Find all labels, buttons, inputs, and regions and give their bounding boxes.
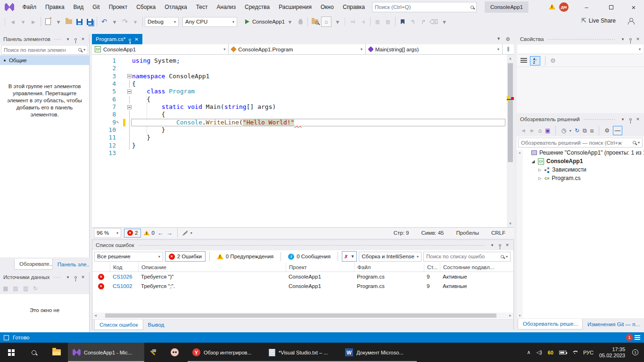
notifications-icon[interactable] [635, 335, 640, 340]
next-issue-icon[interactable]: → [166, 230, 173, 237]
document-list-dropdown[interactable]: ▼ [496, 36, 501, 42]
hidden-icons-chevron[interactable]: ∧ [527, 349, 530, 355]
home-dropdown[interactable]: ▾ [333, 16, 342, 27]
left-tab-2[interactable]: Панель эле... [53, 259, 90, 270]
solution-explorer-search-box[interactable]: ▾ [518, 138, 643, 148]
new-file-icon[interactable] [44, 16, 52, 27]
editor-vertical-scrollbar[interactable]: ▲ ▼ [507, 55, 514, 227]
error-list-tab-2[interactable]: Вывод [143, 320, 169, 330]
avatar[interactable]: ДМ [559, 2, 569, 12]
configure-data-source-icon[interactable]: ▥ [23, 285, 28, 292]
scrollbar-thumb[interactable] [508, 63, 513, 162]
collapse-all-icon[interactable]: ⧉ [583, 127, 587, 134]
toolbar-grip[interactable] [344, 17, 346, 26]
forward-icon[interactable]: ► [529, 127, 535, 134]
new-file-dropdown[interactable]: ▾ [54, 16, 63, 27]
window-position-icon[interactable]: ▾ [64, 37, 72, 41]
scope-filter-combo[interactable]: Все решение▾ [94, 252, 163, 262]
taskbar-button-tool[interactable] [144, 343, 166, 362]
taskbar-button-isaac[interactable] [166, 343, 188, 362]
home-icon[interactable]: ⌂ [538, 127, 542, 134]
search-options-dropdown[interactable]: ▾ [638, 140, 640, 145]
solution-explorer-scrollbar[interactable]: ▲ ▼ [517, 150, 523, 318]
error-list-search-input[interactable] [426, 254, 499, 259]
pin-icon[interactable] [627, 117, 634, 122]
redo-dropdown[interactable]: ▾ [131, 16, 140, 27]
code-editor[interactable]: 1using System;23namespace ConsoleApp14{5… [92, 55, 514, 227]
categorized-view-icon[interactable] [520, 58, 527, 64]
action-center-button[interactable]: 1 [631, 349, 639, 356]
background-tasks-icon[interactable] [4, 335, 9, 340]
volume-icon[interactable]: ◁) [537, 349, 542, 355]
taskbar-search-button[interactable] [23, 343, 45, 362]
menu-item-5[interactable]: Проект [104, 0, 132, 14]
toolbox-search-box[interactable]: ▾ [1, 45, 88, 55]
refresh-icon[interactable]: ↻ [33, 285, 38, 292]
menu-item-11[interactable]: Расширения [274, 0, 316, 14]
find-in-files-icon[interactable] [311, 16, 319, 27]
scroll-up-icon[interactable]: ▲ [517, 151, 523, 154]
taskbar-button-visual-studio[interactable]: ConsoleApp1 - Mic... [68, 343, 144, 362]
right-tab-1[interactable]: Обозреватель реше... [518, 319, 583, 329]
warnings-filter-button[interactable]: 0 Предупреждения [214, 251, 277, 262]
refresh-icon[interactable]: ↻ [575, 127, 579, 134]
messages-filter-button[interactable]: i 0 Сообщения [285, 251, 334, 262]
clear-bookmarks-icon[interactable]: ⌫ [429, 16, 438, 27]
error-list-tab-1[interactable]: Список ошибок [94, 320, 143, 330]
previous-issue-icon[interactable]: ← [157, 230, 164, 237]
navigate-forward-icon[interactable]: ► [29, 16, 38, 27]
split-window-icon[interactable]: ⫼ [503, 44, 514, 54]
menu-item-1[interactable]: Файл [18, 0, 41, 14]
properties-object-combo[interactable]: ▾ [518, 45, 643, 54]
column-header[interactable]: Описание [138, 263, 286, 272]
undo-dropdown[interactable]: ▾ [110, 16, 119, 27]
notification-badge[interactable]: 1 [626, 334, 633, 341]
menu-item-13[interactable]: Справка [338, 0, 369, 14]
toolbox-group-header[interactable]: ▲ Общие [0, 55, 89, 65]
expander-icon[interactable]: ◢ [531, 159, 536, 164]
filter-dropdown[interactable]: ▾ [570, 129, 571, 133]
start-debug-label[interactable]: ConsoleApp1 [252, 19, 285, 25]
close-icon[interactable]: ✕ [134, 37, 138, 42]
source-filter-combo[interactable]: Сборка и IntelliSense▾ [359, 252, 421, 262]
solution-configuration-combo[interactable]: Debug▾ [145, 17, 179, 27]
next-bookmark-icon[interactable]: ↱ [419, 16, 428, 27]
undo-icon[interactable]: ↶ [100, 16, 108, 27]
tree-item[interactable]: ▷C#Program.cs [517, 174, 644, 182]
close-icon[interactable]: ✕ [634, 37, 642, 41]
close-icon[interactable]: ✕ [79, 37, 87, 41]
pin-icon[interactable] [72, 37, 79, 41]
error-list-horizontal-scrollbar[interactable]: ◄ ► [92, 313, 513, 319]
navigate-back-dropdown[interactable]: ▾ [19, 16, 27, 27]
editor-warning-count[interactable]: 0 [144, 230, 154, 236]
code-cleanup-dropdown[interactable]: ▾ [190, 231, 192, 235]
bookmark-dropdown[interactable]: ▾ [440, 16, 448, 27]
restore-button[interactable] [601, 0, 621, 14]
column-header[interactable]: Ст... [424, 263, 440, 272]
scroll-down-icon[interactable]: ▼ [507, 222, 514, 226]
error-list-search-box[interactable]: ▾ [423, 252, 511, 262]
back-icon[interactable]: ◄ [520, 127, 526, 134]
spaces-indicator[interactable]: Пробелы [456, 230, 479, 236]
scroll-right-icon[interactable]: ► [507, 313, 513, 318]
edit-data-source-icon[interactable]: ▤ [13, 285, 18, 292]
redo-icon[interactable]: ↷ [121, 16, 129, 27]
increase-indent-icon[interactable]: ≣ [384, 16, 392, 27]
live-share-button[interactable]: ⇱ Live Share [581, 17, 616, 24]
tree-item[interactable]: Решение "ConsoleApp1" (проекты: 1 из 1) [517, 148, 644, 157]
editor-options-gear-icon[interactable]: ⚙ [505, 36, 510, 42]
column-header[interactable]: Код [110, 263, 138, 272]
error-row[interactable]: ×CS1002Требуется ";".ConsoleApp1Program.… [92, 281, 513, 291]
uncomment-icon[interactable]: ⫣ [359, 16, 367, 27]
solution-explorer-search-input[interactable] [521, 140, 631, 146]
taskbar-button-notepad[interactable]: *Visual Studio.txt – ... [264, 343, 340, 362]
quick-search-input[interactable] [375, 4, 469, 10]
start-debug-dropdown[interactable]: ▾ [286, 16, 294, 27]
expander-icon[interactable]: ▷ [537, 176, 542, 181]
search-options-dropdown[interactable]: ▾ [83, 48, 85, 52]
alphabetical-sort-icon[interactable]: A↓Z [530, 56, 540, 66]
column-header[interactable]: Состояние подавл... [440, 263, 513, 272]
window-position-icon[interactable]: ▾ [619, 37, 627, 41]
scroll-up-icon[interactable]: ▲ [507, 56, 514, 60]
pin-icon[interactable] [627, 37, 634, 41]
